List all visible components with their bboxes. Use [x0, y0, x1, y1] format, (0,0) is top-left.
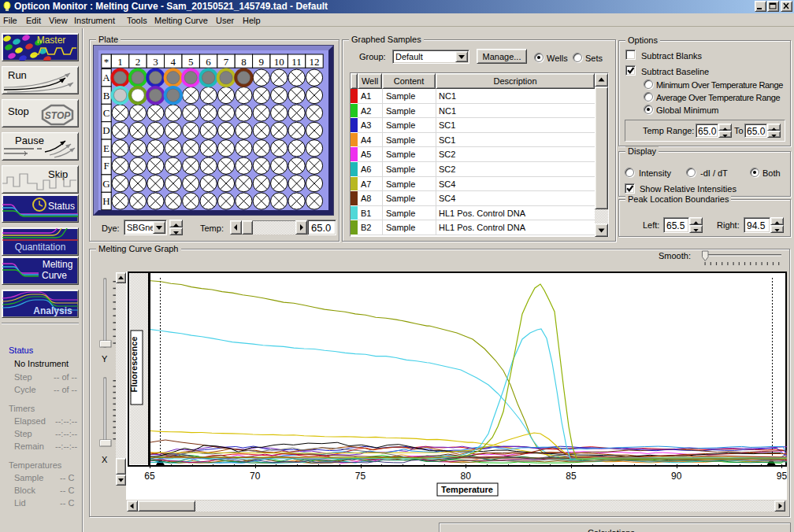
svg-text:A: A	[102, 72, 110, 83]
svg-text:Melting: Melting	[43, 259, 73, 270]
svg-text:STOP: STOP	[45, 110, 71, 121]
svg-text:90: 90	[671, 471, 682, 482]
svg-text:Pause: Pause	[15, 135, 44, 146]
svg-text:Curve: Curve	[42, 270, 67, 281]
svg-text:H: H	[102, 195, 109, 207]
svg-text:9: 9	[259, 56, 265, 68]
svg-text:F: F	[103, 160, 109, 172]
svg-text:X: X	[102, 455, 108, 464]
svg-text:2: 2	[135, 56, 141, 68]
svg-text:11: 11	[291, 56, 302, 68]
svg-text:Temperature: Temperature	[441, 485, 493, 494]
svg-text:Fluorescence: Fluorescence	[129, 337, 139, 393]
svg-text:4: 4	[171, 56, 176, 68]
svg-text:12: 12	[310, 56, 320, 68]
svg-text:Master: Master	[37, 35, 66, 46]
svg-text:6: 6	[206, 56, 211, 68]
svg-text:B: B	[103, 90, 110, 102]
svg-text:1: 1	[117, 56, 123, 68]
svg-text:Status: Status	[48, 201, 75, 212]
svg-text:D: D	[102, 124, 109, 136]
svg-text:10: 10	[274, 56, 284, 68]
svg-text:7: 7	[224, 56, 229, 68]
svg-text:Run: Run	[8, 69, 27, 81]
svg-text:80: 80	[461, 471, 472, 482]
svg-text:Stop: Stop	[8, 105, 29, 117]
svg-text:5: 5	[188, 56, 194, 68]
svg-text:Analysis: Analysis	[33, 305, 72, 316]
svg-text:E: E	[103, 142, 109, 154]
svg-text:Y: Y	[102, 354, 108, 364]
svg-text:C: C	[103, 107, 110, 119]
svg-text:Quantitation: Quantitation	[15, 242, 66, 253]
svg-text:65: 65	[144, 471, 155, 482]
svg-text:3: 3	[153, 56, 158, 68]
svg-text:75: 75	[355, 471, 366, 482]
svg-text:Skip: Skip	[48, 168, 68, 180]
svg-text:95: 95	[777, 471, 787, 482]
svg-text:G: G	[102, 178, 109, 190]
svg-text:*: *	[104, 56, 109, 68]
svg-text:70: 70	[250, 471, 261, 482]
svg-text:85: 85	[566, 471, 577, 482]
svg-text:8: 8	[241, 56, 247, 68]
